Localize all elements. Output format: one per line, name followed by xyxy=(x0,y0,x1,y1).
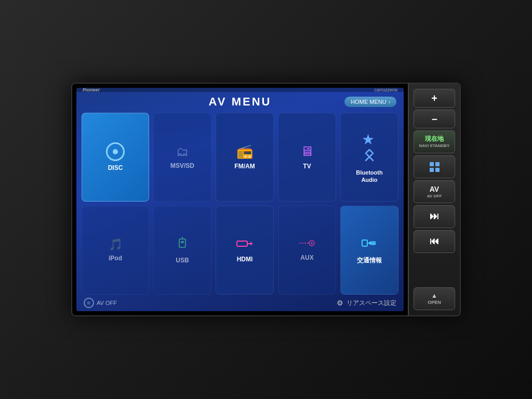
open-label: OPEN xyxy=(428,300,441,305)
av-off-icon: ⊗ xyxy=(84,298,94,308)
menu-item-msv-sd[interactable]: 🗂 MSV/SD xyxy=(153,113,211,202)
rear-settings-button[interactable]: ⚙ リアスペース設定 xyxy=(337,299,396,308)
tv-label: TV xyxy=(303,163,311,171)
svg-rect-2 xyxy=(181,241,184,243)
svg-marker-5 xyxy=(250,242,252,246)
settings-gear-icon: ⚙ xyxy=(337,299,343,307)
av-source-button[interactable]: AV AV OFF xyxy=(414,180,455,203)
av-off-label: AV OFF xyxy=(97,300,117,306)
msv-label: MSV/SD xyxy=(170,162,194,170)
svg-rect-9 xyxy=(362,240,367,246)
volume-down-button[interactable]: － xyxy=(414,110,455,128)
bluetooth-icon: ★ xyxy=(362,131,377,166)
bluetooth-label-line2: Audio xyxy=(361,176,377,183)
rear-settings-label: リアスペース設定 xyxy=(347,299,396,308)
usb-icon xyxy=(175,236,190,254)
usb-label: USB xyxy=(176,257,189,265)
plus-icon: + xyxy=(431,92,437,104)
traffic-icon xyxy=(361,236,378,254)
menu-item-aux[interactable]: AUX xyxy=(278,206,336,295)
menu-item-traffic[interactable]: 交通情報 xyxy=(340,206,398,295)
home-menu-label: HOME MENU xyxy=(351,99,386,105)
menu-item-usb[interactable]: USB xyxy=(153,206,211,295)
current-location-label: 現在地 xyxy=(419,135,450,142)
current-location-button[interactable]: 現在地 NAVI STANDBY xyxy=(414,130,455,153)
tv-icon: 🖥 xyxy=(300,143,314,159)
menu-item-hdmi[interactable]: HDMI xyxy=(216,206,274,295)
menu-item-bluetooth[interactable]: ★ Bluetooth Audio xyxy=(340,113,398,202)
traffic-label: 交通情報 xyxy=(357,257,382,265)
brand-carrozzeria: carrozzeria xyxy=(374,88,397,92)
av-menu-title: AV MENU xyxy=(188,95,292,109)
volume-up-button[interactable]: + xyxy=(414,89,455,108)
grid-icon xyxy=(430,162,440,172)
grid-view-button[interactable] xyxy=(414,155,455,178)
minus-icon: － xyxy=(429,113,440,125)
next-icon: ⏭ xyxy=(430,211,439,222)
svg-rect-3 xyxy=(237,241,247,246)
chevron-right-icon: › xyxy=(389,99,390,105)
home-menu-button[interactable]: HOME MENU › xyxy=(344,97,396,107)
menu-item-ipod[interactable]: 🎵 iPod xyxy=(82,206,149,295)
eject-button[interactable]: ▲ OPEN xyxy=(414,287,455,310)
aux-label: AUX xyxy=(300,254,313,262)
screen: Pioneer carrozzeria AV MENU HOME MENU › xyxy=(76,88,404,311)
disc-label: DISC xyxy=(108,164,123,172)
prev-track-button[interactable]: ⏮ xyxy=(414,230,455,253)
music-icon: 🎵 xyxy=(109,238,123,251)
hdmi-icon xyxy=(236,237,254,252)
menu-item-disc[interactable]: DISC xyxy=(82,113,149,202)
menu-item-tv[interactable]: 🖥 TV xyxy=(278,113,336,202)
radio-icon: 📻 xyxy=(236,143,253,159)
brand-pioneer: Pioneer xyxy=(83,88,100,92)
fmam-label: FM/AM xyxy=(234,163,255,171)
av-button-sublabel: AV OFF xyxy=(427,194,442,199)
hdmi-label: HDMI xyxy=(237,256,253,264)
card-icon: 🗂 xyxy=(176,144,189,159)
car-dashboard: Pioneer carrozzeria AV MENU HOME MENU › xyxy=(0,0,532,399)
disc-icon xyxy=(106,142,125,161)
next-track-button[interactable]: ⏭ xyxy=(414,205,455,228)
av-off-button[interactable]: ⊗ AV OFF xyxy=(84,298,117,308)
top-bar: Pioneer carrozzeria xyxy=(76,88,404,92)
eject-icon: ▲ xyxy=(428,292,441,299)
av-button-label: AV xyxy=(427,185,442,194)
ipod-label: iPod xyxy=(109,255,122,263)
screen-bezel: Pioneer carrozzeria AV MENU HOME MENU › xyxy=(72,84,408,315)
svg-point-8 xyxy=(311,242,313,244)
side-panel: + － 現在地 NAVI STANDBY xyxy=(408,84,460,315)
head-unit: Pioneer carrozzeria AV MENU HOME MENU › xyxy=(71,83,461,316)
prev-icon: ⏮ xyxy=(430,236,439,247)
bluetooth-label-line1: Bluetooth xyxy=(356,169,382,176)
aux-icon xyxy=(298,238,316,251)
navi-standby-label: NAVI STANDBY xyxy=(419,143,450,149)
menu-item-fm-am[interactable]: 📻 FM/AM xyxy=(216,113,274,202)
